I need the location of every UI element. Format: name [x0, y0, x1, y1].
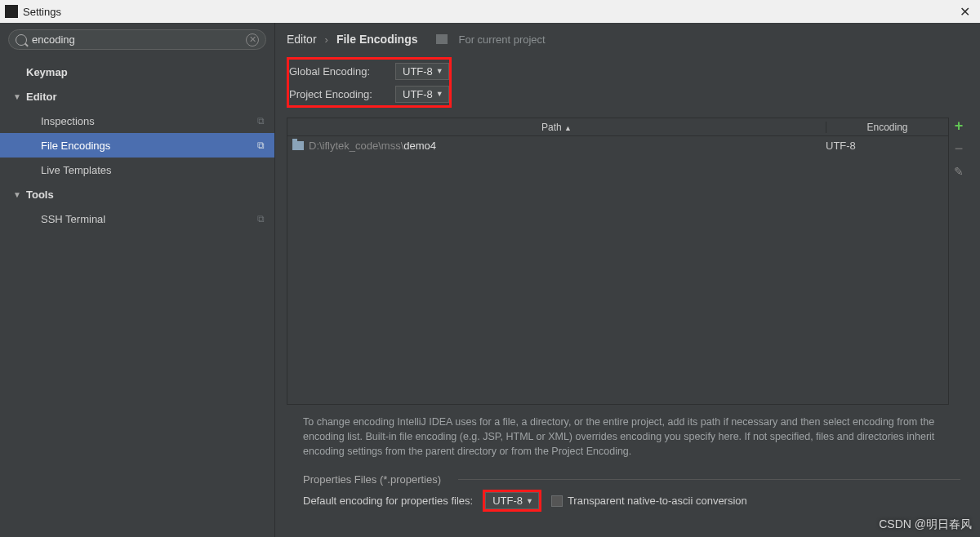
caret-down-icon: ▼	[436, 67, 443, 75]
crumb-editor[interactable]: Editor	[287, 33, 317, 46]
sidebar: ✕ Keymap ▼ Editor Inspections ⧉ File Enc…	[0, 23, 275, 537]
path-name: demo4	[403, 140, 436, 152]
search-input[interactable]	[29, 32, 246, 47]
main-panel: Editor › File Encodings For current proj…	[275, 23, 980, 537]
tree-item-editor[interactable]: ▼ Editor	[0, 84, 274, 109]
tree-item-keymap[interactable]: Keymap	[0, 60, 274, 84]
tree-label: SSH Terminal	[41, 213, 105, 225]
tree-item-ssh-terminal[interactable]: SSH Terminal ⧉	[0, 206, 274, 231]
tree-label: Editor	[26, 91, 57, 103]
edit-icon[interactable]: ✎	[952, 165, 965, 178]
highlight-props-encoding: UTF-8 ▼	[483, 490, 541, 512]
window-title: Settings	[23, 6, 61, 18]
project-encoding-label: Project Encoding:	[289, 88, 395, 100]
crumb-file-encodings: File Encodings	[336, 33, 418, 46]
sort-asc-icon: ▲	[564, 124, 572, 132]
add-icon[interactable]: +	[952, 119, 965, 132]
caret-down-icon: ▼	[436, 90, 443, 98]
settings-tree: Keymap ▼ Editor Inspections ⧉ File Encod…	[0, 56, 274, 231]
copy-icon: ⧉	[257, 213, 265, 224]
titlebar: Settings ✕	[0, 0, 980, 23]
highlight-global-project: Global Encoding: UTF-8 ▼ Project Encodin…	[287, 57, 452, 108]
path-prefix: D:\iflytek_code\mss\	[309, 140, 403, 152]
table-row[interactable]: D:\iflytek_code\mss\demo4 UTF-8	[287, 136, 948, 155]
search-box[interactable]: ✕	[8, 29, 266, 50]
global-encoding-value: UTF-8	[403, 65, 433, 78]
folder-icon	[292, 141, 304, 150]
props-encoding-value: UTF-8	[492, 495, 523, 507]
caret-down-icon: ▼	[526, 497, 533, 505]
breadcrumbs: Editor › File Encodings For current proj…	[287, 33, 969, 46]
col-path[interactable]: Path ▲	[287, 122, 826, 133]
close-icon[interactable]: ✕	[955, 4, 975, 20]
props-encoding-label: Default encoding for properties files:	[303, 495, 473, 507]
row-encoding: UTF-8	[821, 140, 943, 152]
tree-label: File Encodings	[41, 140, 110, 152]
tree-label: Tools	[26, 189, 54, 201]
watermark: CSDN @明日春风	[879, 517, 972, 532]
copy-icon: ⧉	[257, 140, 265, 151]
tree-item-tools[interactable]: ▼ Tools	[0, 182, 274, 206]
tree-label: Inspections	[41, 115, 95, 127]
project-badge-icon	[436, 34, 448, 44]
checkbox-icon[interactable]	[551, 495, 563, 507]
copy-icon: ⧉	[257, 115, 265, 126]
tree-item-inspections[interactable]: Inspections ⧉	[0, 109, 274, 133]
clear-search-icon[interactable]: ✕	[246, 33, 259, 47]
chevron-down-icon: ▼	[13, 190, 23, 199]
props-encoding-dropdown[interactable]: UTF-8 ▼	[485, 492, 539, 509]
table-tools: + − ✎	[949, 118, 969, 405]
project-scope-label: For current project	[459, 33, 546, 46]
remove-icon[interactable]: −	[952, 142, 965, 155]
info-text: To change encoding IntelliJ IDEA uses fo…	[287, 405, 969, 462]
search-icon	[16, 34, 27, 46]
app-icon	[5, 5, 18, 18]
col-encoding[interactable]: Encoding	[826, 122, 948, 133]
checkbox-label: Transparent native-to-ascii conversion	[568, 495, 747, 507]
project-encoding-value: UTF-8	[403, 88, 433, 100]
tree-label: Live Templates	[41, 164, 111, 176]
tree-item-live-templates[interactable]: Live Templates	[0, 158, 274, 182]
global-encoding-label: Global Encoding:	[289, 65, 395, 78]
tree-label: Keymap	[26, 66, 68, 78]
transparent-ascii-option[interactable]: Transparent native-to-ascii conversion	[551, 495, 747, 507]
chevron-down-icon: ▼	[13, 92, 23, 101]
encoding-table: Path ▲ Encoding D:\iflytek_code\mss\demo…	[287, 118, 949, 405]
project-encoding-dropdown[interactable]: UTF-8 ▼	[395, 86, 449, 103]
chevron-right-icon: ›	[325, 33, 328, 46]
global-encoding-dropdown[interactable]: UTF-8 ▼	[395, 63, 449, 80]
tree-item-file-encodings[interactable]: File Encodings ⧉	[0, 133, 274, 158]
